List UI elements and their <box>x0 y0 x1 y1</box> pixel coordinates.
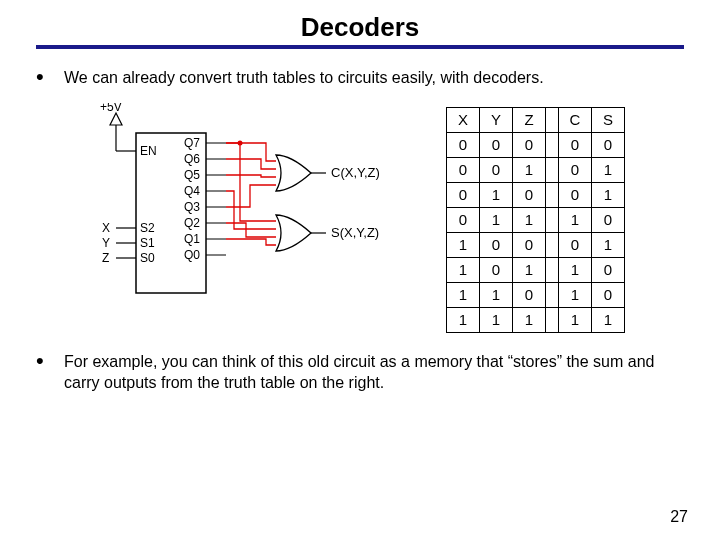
select-s2: S2 <box>140 221 155 235</box>
bullet-1: • We can already convert truth tables to… <box>36 67 684 89</box>
select-s0: S0 <box>140 251 155 265</box>
out-q7: Q7 <box>184 136 200 150</box>
out-q0: Q0 <box>184 248 200 262</box>
th-c: C <box>559 107 592 132</box>
title-rule <box>36 45 684 49</box>
truth-table: X Y Z C S 00000 00101 01001 01110 10001 … <box>446 107 625 333</box>
out-q3: Q3 <box>184 200 200 214</box>
input-x: X <box>102 221 110 235</box>
table-row: 10110 <box>447 257 625 282</box>
svg-marker-3 <box>110 113 122 125</box>
table-row: 01110 <box>447 207 625 232</box>
bullet-dot-icon: • <box>36 351 64 371</box>
table-row: 11010 <box>447 282 625 307</box>
out-q2: Q2 <box>184 216 200 230</box>
content-row: +5V EN X Y Z S2 S1 S0 Q7 Q6 Q5 Q4 Q3 Q2 … <box>66 103 684 333</box>
th-x: X <box>447 107 480 132</box>
table-row: 11111 <box>447 307 625 332</box>
bullet-dot-icon: • <box>36 67 64 87</box>
gate-c-label: C(X,Y,Z) <box>331 165 380 180</box>
th-s: S <box>592 107 625 132</box>
bullet-2: • For example, you can think of this old… <box>36 351 684 394</box>
table-row: 10001 <box>447 232 625 257</box>
out-q4: Q4 <box>184 184 200 198</box>
out-q6: Q6 <box>184 152 200 166</box>
vcc-label: +5V <box>100 103 122 114</box>
th-z: Z <box>513 107 546 132</box>
input-z: Z <box>102 251 109 265</box>
select-s1: S1 <box>140 236 155 250</box>
bullet-1-text: We can already convert truth tables to c… <box>64 67 684 89</box>
th-y: Y <box>480 107 513 132</box>
bullet-2-text: For example, you can think of this old c… <box>64 351 684 394</box>
slide: Decoders • We can already convert truth … <box>0 0 720 540</box>
table-row: 00000 <box>447 132 625 157</box>
input-y: Y <box>102 236 110 250</box>
th-gap <box>546 107 559 132</box>
table-row: 00101 <box>447 157 625 182</box>
out-q1: Q1 <box>184 232 200 246</box>
page-number: 27 <box>670 508 688 526</box>
decoder-circuit-diagram: +5V EN X Y Z S2 S1 S0 Q7 Q6 Q5 Q4 Q3 Q2 … <box>66 103 406 323</box>
enable-label: EN <box>140 144 157 158</box>
gate-s-label: S(X,Y,Z) <box>331 225 379 240</box>
out-q5: Q5 <box>184 168 200 182</box>
truth-header-row: X Y Z C S <box>447 107 625 132</box>
table-row: 01001 <box>447 182 625 207</box>
slide-title: Decoders <box>36 12 684 45</box>
